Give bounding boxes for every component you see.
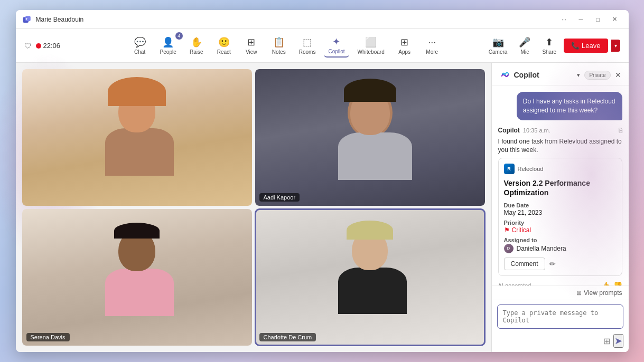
more-icon: ··· — [428, 37, 436, 48]
copilot-messages: Do I have any tasks in Relecloud assigne… — [492, 85, 629, 285]
ai-message: Copilot 10:35 a.m. ⎘ I found one task fr… — [498, 127, 622, 285]
chat-button[interactable]: 💬 Chat — [128, 34, 152, 57]
mic-icon: 🎤 — [519, 36, 530, 48]
view-button[interactable]: ⊞ View — [240, 34, 263, 57]
copilot-input-actions: ⊞ ➤ — [497, 334, 623, 348]
teams-window: T Marie Beaudouin ··· ─ □ ✕ 🛡 22:06 💬 Ch… — [16, 10, 629, 352]
camera-button[interactable]: 📷 Camera — [484, 34, 512, 57]
priority-flag-icon: ⚑ — [504, 226, 510, 234]
share-button[interactable]: ⬆ Share — [538, 34, 561, 57]
video-tile-4: Charlotte De Crum — [255, 209, 485, 346]
copilot-label: Copilot — [328, 49, 344, 54]
notes-icon: 📋 — [273, 36, 285, 48]
assigned-label: Assigned to — [504, 237, 617, 243]
view-prompts-row: ⊞ View prompts — [492, 285, 629, 300]
copilot-message-input[interactable] — [497, 304, 623, 329]
shield-icon: 🛡 — [24, 42, 32, 50]
more-options-button[interactable]: ··· — [557, 14, 572, 25]
send-button[interactable]: ➤ — [613, 334, 623, 348]
copy-icon[interactable]: ⎘ — [619, 127, 622, 134]
camera-label: Camera — [489, 49, 508, 55]
assigned-name: Daniella Mandera — [517, 245, 566, 252]
react-icon: 🙂 — [218, 36, 230, 48]
thumbs-down-icon[interactable]: 👎 — [613, 281, 622, 285]
leave-button[interactable]: 📞 Leave — [564, 39, 608, 53]
more-button[interactable]: ··· More — [421, 35, 444, 57]
feedback-icons: 👍 👎 — [601, 281, 622, 285]
due-date-label: Due Date — [504, 202, 617, 208]
tile-3-person — [22, 209, 252, 346]
assigned-row: D Daniella Mandera — [504, 244, 617, 253]
leave-label: Leave — [582, 42, 600, 50]
minimize-button[interactable]: ─ — [574, 14, 589, 25]
raise-button[interactable]: ✋ Raise — [185, 34, 208, 57]
whiteboard-label: Whiteboard — [358, 49, 385, 55]
apps-button[interactable]: ⊞ Apps — [393, 34, 416, 57]
copilot-close-button[interactable]: ✕ — [615, 71, 621, 79]
attach-button[interactable]: ⊞ — [603, 336, 610, 346]
tile-2-person — [255, 69, 485, 206]
tile-4-name: Charlotte De Crum — [259, 333, 316, 341]
ai-generated-row: AI generated 👍 👎 — [498, 281, 622, 285]
apps-icon: ⊞ — [400, 36, 408, 48]
camera-icon: 📷 — [492, 36, 504, 48]
video-grid: Aadi Kapoor Serena Davis — [16, 63, 491, 352]
copilot-icon: ✦ — [332, 36, 340, 47]
assigned-avatar: D — [504, 244, 514, 253]
toolbar-left: 🛡 22:06 — [24, 42, 88, 50]
whiteboard-icon: ⬜ — [365, 36, 377, 48]
copilot-logo — [499, 69, 511, 81]
window-title: Marie Beaudouin — [36, 16, 557, 23]
rooms-label: Rooms — [299, 49, 316, 55]
react-label: React — [217, 49, 231, 55]
view-prompts-button[interactable]: ⊞ View prompts — [576, 289, 622, 297]
task-priority-field: Priority ⚑ Critical — [504, 220, 617, 234]
notes-label: Notes — [272, 49, 286, 55]
react-button[interactable]: 🙂 React — [212, 34, 236, 57]
video-tile-2: Aadi Kapoor — [255, 69, 485, 206]
task-assigned-field: Assigned to D Daniella Mandera — [504, 237, 617, 253]
chat-icon: 💬 — [134, 36, 146, 48]
rooms-icon: ⬚ — [303, 36, 312, 48]
relecloud-logo: R — [504, 164, 515, 174]
copilot-panel: Copilot ▾ Private ✕ Do I have any tasks … — [491, 63, 629, 352]
share-label: Share — [542, 49, 556, 55]
raise-label: Raise — [190, 49, 203, 55]
main-content: Aadi Kapoor Serena Davis — [16, 63, 629, 352]
people-button[interactable]: 👤 4 People — [156, 34, 181, 57]
private-badge: Private — [584, 71, 610, 80]
user-message: Do I have any tasks in Relecloud assigne… — [517, 92, 622, 120]
rooms-button[interactable]: ⬚ Rooms — [295, 34, 320, 57]
more-label: More — [426, 49, 438, 55]
task-title: Version 2.2 Performance Optimization — [504, 178, 617, 197]
svg-text:T: T — [25, 17, 27, 20]
edit-button[interactable]: ✏ — [549, 260, 556, 268]
timer-display: 22:06 — [43, 42, 61, 50]
maximize-button[interactable]: □ — [591, 14, 605, 25]
copilot-button[interactable]: ✦ Copilot — [324, 34, 349, 58]
meeting-toolbar: 🛡 22:06 💬 Chat 👤 4 People ✋ Raise 🙂 — [16, 29, 629, 63]
task-due-date-field: Due Date May 21, 2023 — [504, 202, 617, 216]
copilot-dropdown-icon[interactable]: ▾ — [577, 72, 580, 79]
priority-label: Priority — [504, 220, 617, 226]
notes-button[interactable]: 📋 Notes — [267, 34, 291, 57]
priority-value: ⚑ Critical — [504, 226, 617, 234]
teams-logo: T — [22, 15, 32, 24]
ai-time: 10:35 a.m. — [523, 127, 550, 134]
video-tile-1 — [22, 69, 252, 206]
view-prompts-icon: ⊞ — [576, 289, 582, 297]
close-button[interactable]: ✕ — [608, 14, 622, 25]
whiteboard-button[interactable]: ⬜ Whiteboard — [353, 34, 389, 57]
comment-button[interactable]: Comment — [504, 258, 545, 270]
leave-dropdown-button[interactable]: ▾ — [611, 40, 620, 52]
mic-button[interactable]: 🎤 Mic — [515, 34, 535, 57]
chat-label: Chat — [134, 49, 145, 55]
priority-text: Critical — [512, 226, 531, 234]
thumbs-up-icon[interactable]: 👍 — [601, 281, 610, 285]
due-date-value: May 21, 2023 — [504, 209, 617, 216]
people-label: People — [160, 49, 176, 55]
copilot-header: Copilot ▾ Private ✕ — [492, 63, 629, 85]
apps-label: Apps — [398, 49, 410, 55]
raise-icon: ✋ — [191, 36, 202, 48]
view-icon: ⊞ — [247, 36, 255, 48]
